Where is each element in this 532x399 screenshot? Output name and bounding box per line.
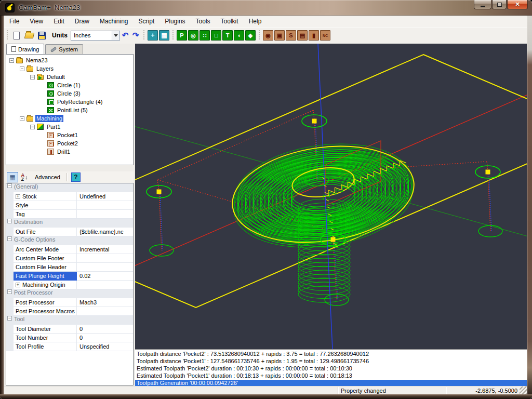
categorized-view-button[interactable]: ▦ <box>7 172 18 182</box>
snap-points-button[interactable]: + <box>148 30 158 41</box>
log-line[interactable]: Toolpath distance 'Pocket1' : 127.548661… <box>135 358 527 365</box>
text-tool-button[interactable]: T <box>222 30 233 41</box>
undo-button[interactable]: ↶ <box>120 31 130 40</box>
resize-grip[interactable] <box>520 387 527 394</box>
menu-edit[interactable]: Edit <box>48 16 70 27</box>
property-row-machining-origin[interactable]: +Machining Origin <box>6 281 133 289</box>
menu-plugins[interactable]: Plugins <box>159 16 190 27</box>
snap-grid-button[interactable]: ▦ <box>159 30 169 41</box>
collapse-icon[interactable]: − <box>7 289 12 294</box>
advanced-button[interactable]: Advanced <box>31 174 64 180</box>
property-row-style[interactable]: Style <box>6 201 133 210</box>
property-row-custom-file-footer[interactable]: Custom File Footer <box>6 254 133 263</box>
folder-icon <box>26 66 33 72</box>
tree-item-machining[interactable]: − Machining <box>6 114 133 123</box>
category-row[interactable]: −Destination <box>6 219 133 228</box>
tab-system[interactable]: System <box>45 44 83 54</box>
lathe-mop-button[interactable]: ▤ <box>297 30 308 41</box>
property-row-tool-profile[interactable]: Tool ProfileUnspecified <box>6 342 133 351</box>
tree-item-drill1[interactable]: Drill1 <box>6 148 133 156</box>
property-row-arc-center-mode[interactable]: Arc Center ModeIncremental <box>6 245 133 254</box>
circle-tool-button[interactable]: ◎ <box>188 30 198 41</box>
region-tool-button[interactable]: ◖ <box>234 30 244 41</box>
tree-item-pocket1[interactable]: Pocket1 <box>6 131 133 139</box>
titlebar[interactable]: CamBam+ Nema23 ✕ <box>0 0 532 16</box>
units-combobox[interactable]: Inches <box>71 31 120 41</box>
maximize-button[interactable] <box>492 0 507 9</box>
tree-item-layers[interactable]: − Layers <box>6 64 133 73</box>
expand-icon[interactable]: + <box>16 194 20 199</box>
tree-item-pocket2[interactable]: Pocket2 <box>6 139 133 148</box>
property-row-custom-file-header[interactable]: Custom File Header <box>6 263 133 272</box>
rectangle-tool-button[interactable]: □ <box>211 30 221 41</box>
toolbar-grip[interactable] <box>6 30 9 41</box>
profile-mop-button[interactable]: ◉ <box>263 30 273 41</box>
collapse-icon[interactable]: − <box>7 236 12 241</box>
menu-toolkit[interactable]: Toolkit <box>216 16 244 27</box>
save-file-button[interactable] <box>36 30 47 41</box>
rectangle-tool-icon: □ <box>215 32 218 38</box>
log-line[interactable]: Toolpath distance 'Pocket2' : 73.5132680… <box>135 351 527 358</box>
category-row[interactable]: −Tool <box>6 316 133 325</box>
property-row-post-processor[interactable]: Post ProcessorMach3 <box>6 298 133 307</box>
toolbar-grip[interactable] <box>172 30 175 41</box>
tree-item-circle-3[interactable]: Circle (3) <box>6 89 133 98</box>
pocket-mop-button[interactable]: ▣ <box>274 30 285 41</box>
collapse-icon[interactable]: − <box>20 116 24 121</box>
collapse-icon[interactable]: − <box>9 58 14 63</box>
tree-item-polyrectangle-4[interactable]: PolyRectangle (4) <box>6 98 133 106</box>
toolbar-grip[interactable] <box>258 30 261 41</box>
point-list-tool-button[interactable]: ∷ <box>200 30 210 41</box>
expand-icon[interactable]: + <box>16 283 20 287</box>
tree-item-default-layer[interactable]: − Default <box>6 73 133 81</box>
tree-item-part1[interactable]: − Part1 <box>6 123 133 131</box>
drill-mop-button[interactable]: ▮ <box>309 30 319 41</box>
collapse-icon[interactable]: − <box>30 125 35 129</box>
menu-help[interactable]: Help <box>244 16 267 27</box>
menu-script[interactable]: Script <box>134 16 160 27</box>
collapse-icon[interactable]: − <box>30 75 35 79</box>
toolbar-grip[interactable] <box>143 30 145 41</box>
category-row[interactable]: −Post Processor <box>6 289 133 298</box>
menu-view[interactable]: View <box>24 16 48 27</box>
window-border-bottom <box>0 394 532 399</box>
units-dropdown-arrow[interactable] <box>112 31 119 40</box>
tab-drawing[interactable]: Drawing <box>6 44 44 54</box>
gcode-mop-icon: NC <box>323 34 328 37</box>
log-line[interactable]: Estimated Toolpath 'Pocket1' duration : … <box>135 373 527 380</box>
menu-draw[interactable]: Draw <box>70 16 95 27</box>
minimize-button[interactable] <box>474 0 491 9</box>
gcode-mop-button[interactable]: NC <box>320 30 330 41</box>
collapse-icon[interactable]: − <box>7 219 12 223</box>
menu-machining[interactable]: Machining <box>95 16 134 27</box>
redo-button[interactable]: ↷ <box>130 31 141 40</box>
engrave-mop-button[interactable]: S <box>286 30 296 41</box>
open-file-button[interactable] <box>23 30 35 41</box>
help-button[interactable]: ? <box>71 172 81 182</box>
property-row-fast-plunge-height[interactable]: Fast Plunge Height0.02 <box>6 272 133 281</box>
collapse-icon[interactable]: − <box>7 183 12 188</box>
menu-tools[interactable]: Tools <box>191 16 216 27</box>
close-button[interactable]: ✕ <box>507 0 528 9</box>
log-line[interactable]: Estimated Toolpath 'Pocket2' duration : … <box>135 365 527 373</box>
property-row-tag[interactable]: Tag <box>6 210 133 219</box>
property-row-tool-diameter[interactable]: Tool Diameter0 <box>6 325 133 334</box>
collapse-icon[interactable]: − <box>7 316 12 321</box>
category-row[interactable]: −G-Code Options <box>6 236 133 245</box>
alphabetical-view-button[interactable]: AZ↓ <box>18 172 31 182</box>
new-file-button[interactable] <box>11 30 22 41</box>
property-row-out-file[interactable]: Out File{$cbfile.name}.nc <box>6 228 133 236</box>
category-row[interactable]: −(General) <box>6 183 133 192</box>
surface-tool-button[interactable]: ◈ <box>245 30 256 41</box>
property-row-post-processor-macros[interactable]: Post Processor Macros <box>6 307 133 316</box>
page-icon <box>11 46 16 52</box>
tree-item-pointlist-5[interactable]: PointList (5) <box>6 106 133 114</box>
property-row-stock[interactable]: +StockUndefined <box>6 192 133 201</box>
tree-item-nema23[interactable]: − Nema23 <box>6 56 133 64</box>
menu-file[interactable]: File <box>4 16 24 27</box>
polyline-tool-button[interactable]: P <box>177 30 187 41</box>
collapse-icon[interactable]: − <box>20 66 24 71</box>
property-row-tool-number[interactable]: Tool Number0 <box>6 334 133 342</box>
3d-viewport[interactable] <box>135 44 527 349</box>
tree-item-circle-1[interactable]: Circle (1) <box>6 81 133 89</box>
